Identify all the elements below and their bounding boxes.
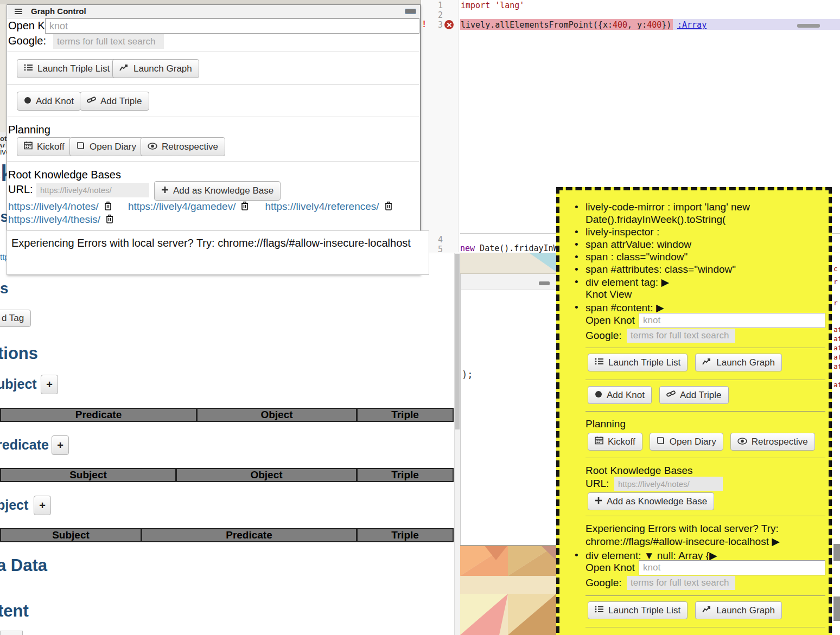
probe-error-line1: Experiencing Errors with local server? T…	[586, 523, 779, 535]
kickoff-button[interactable]: Kickoff	[588, 433, 642, 451]
launch-triple-list-button[interactable]: Launch Triple List	[17, 59, 117, 78]
table-header-cell: Triple	[357, 528, 454, 542]
trash-icon[interactable]	[106, 214, 113, 226]
divider	[7, 52, 419, 52]
eye-icon	[737, 437, 747, 447]
add-triple-button[interactable]: Add Triple	[80, 92, 149, 111]
launch-graph-button[interactable]: Launch Graph	[695, 601, 782, 619]
retrospective-button[interactable]: Retrospective	[730, 433, 815, 451]
clipped-code-fragment: at	[833, 362, 840, 370]
close-paren-code[interactable]: );	[462, 370, 473, 380]
heading-annotations: tions	[0, 344, 38, 363]
line-number: 5	[430, 245, 443, 254]
heading-content: tent	[0, 601, 29, 621]
divider	[7, 161, 419, 162]
add-tag-button[interactable]: d Tag	[0, 310, 31, 327]
bullet-icon: •	[575, 226, 578, 238]
open-knot-label: Open Knot	[586, 562, 635, 574]
annotation-array[interactable]: :Array	[677, 20, 707, 30]
probe-line-div-tag[interactable]: div element tag: ▶	[586, 276, 669, 288]
plus-icon	[161, 185, 169, 196]
open-diary-button[interactable]: Open Diary	[69, 137, 143, 156]
book-icon	[657, 437, 665, 447]
add-subject-button[interactable]: +	[41, 375, 58, 394]
open-knot-input[interactable]	[639, 313, 825, 328]
bullet-icon: •	[575, 276, 578, 288]
knowledge-base-link[interactable]: https://lively4/gamedev/	[128, 201, 236, 213]
add-predicate-button[interactable]: +	[52, 435, 69, 455]
launch-graph-button[interactable]: Launch Graph	[112, 59, 199, 78]
url-input[interactable]	[36, 183, 149, 197]
knowledge-base-link[interactable]: https://lively4/thesis/	[8, 214, 100, 226]
heading-subject: ubject	[0, 376, 37, 392]
add-knowledge-base-button[interactable]: Add as Knowledge Base	[154, 181, 281, 201]
triple-table-header: PredicateObjectTriple	[0, 408, 454, 422]
line-number: 2	[430, 10, 443, 20]
add-knowledge-base-button[interactable]: Add as Knowledge Base	[588, 492, 714, 510]
knowledge-base-link[interactable]: https://lively4/references/	[265, 201, 379, 213]
kickoff-button[interactable]: Kickoff	[17, 137, 72, 156]
google-search-input[interactable]	[627, 576, 735, 590]
trash-icon[interactable]	[104, 201, 112, 213]
add-knot-button[interactable]: Add Knot	[17, 92, 81, 111]
launch-triple-list-button[interactable]: Launch Triple List	[588, 354, 688, 371]
divider	[586, 411, 825, 412]
window-titlebar[interactable]: Graph Control	[7, 5, 420, 18]
launch-triple-list-button[interactable]: Launch Triple List	[588, 601, 688, 619]
google-label: Google:	[586, 330, 622, 342]
right-scrollbar-thumb-1[interactable]	[833, 544, 840, 561]
bullet-icon: •	[575, 302, 578, 313]
open-knot-input[interactable]	[45, 18, 419, 34]
clipped-code-fragment: at	[833, 325, 840, 333]
open-knot-input[interactable]	[639, 560, 825, 575]
launch-graph-button[interactable]: Launch Graph	[695, 354, 782, 371]
link-chain-icon	[87, 96, 96, 107]
minimize-button[interactable]	[405, 9, 416, 14]
planning-heading: Planning	[586, 418, 626, 430]
window-menu-icon[interactable]	[15, 9, 22, 14]
add-triple-button[interactable]: Add Triple	[659, 386, 729, 404]
annotation-scrollbar[interactable]	[797, 24, 820, 28]
plus-icon	[595, 496, 602, 507]
line-number: 4	[430, 235, 443, 245]
table-header-cell: Predicate	[0, 408, 197, 422]
url-label: URL:	[8, 183, 33, 196]
page-scrollbar-thumb[interactable]	[455, 254, 460, 429]
clipped-code-fragment: at	[833, 344, 840, 352]
circle-icon	[24, 96, 31, 107]
google-label: Google:	[8, 35, 46, 47]
code-line-1[interactable]: import 'lang'	[461, 1, 524, 11]
clipped-code-fragment: r	[833, 278, 838, 286]
clipped-code-fragment: at	[833, 353, 840, 361]
google-search-input[interactable]	[627, 329, 735, 343]
minimize-button-lower[interactable]	[539, 281, 550, 285]
editor-gutter: 12345	[421, 0, 459, 252]
error-hint-text: Experiencing Errors with local server? T…	[11, 237, 411, 249]
right-scrollbar-thumb-2[interactable]	[833, 596, 840, 621]
probe-error-line2[interactable]: chrome://flags/#allow-insecure-localhost…	[586, 535, 780, 548]
chart-line-icon	[702, 605, 712, 616]
right-strip-bg	[832, 253, 840, 635]
root-kb-heading: Root Knowledge Bases	[8, 169, 121, 181]
clipped-code-fragment: r	[833, 299, 838, 307]
add-knot-button[interactable]: Add Knot	[588, 386, 652, 404]
probe-line-span-content[interactable]: span #content: ▶	[586, 302, 664, 314]
url-input[interactable]	[614, 477, 723, 491]
trash-icon[interactable]	[241, 201, 249, 213]
knowledge-base-link[interactable]: https://lively4/notes/	[8, 201, 99, 213]
probe-line-code-mirror-2: Date().fridayInWeek().toString(	[586, 214, 726, 226]
mosaic-image	[460, 545, 556, 635]
open-knot-label: Open Knot	[586, 315, 635, 326]
retrospective-button[interactable]: Retrospective	[141, 137, 225, 156]
heading-meta-data: a Data	[0, 556, 47, 575]
probe-line-inspector: lively-inspector :	[586, 226, 659, 238]
code-line-5[interactable]: new Date().fridayInW	[460, 243, 558, 254]
triple-table-header: SubjectObjectTriple	[0, 468, 454, 482]
code-line-3[interactable]: lively.allElementsFromPoint({x:400, y:40…	[461, 20, 671, 30]
google-search-input[interactable]	[53, 34, 164, 49]
trash-icon[interactable]	[385, 201, 392, 213]
window-title: Graph Control	[31, 7, 86, 16]
add-object-button[interactable]: +	[34, 496, 51, 515]
error-hint-box: Experiencing Errors with local server? T…	[7, 230, 429, 275]
open-diary-button[interactable]: Open Diary	[650, 433, 723, 451]
